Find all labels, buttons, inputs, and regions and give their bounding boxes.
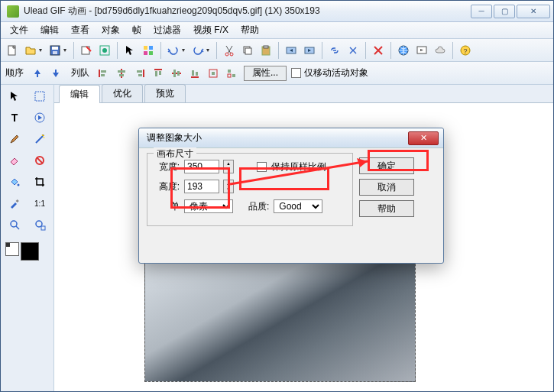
- align-hcenter-icon[interactable]: [114, 66, 129, 81]
- frame-prev-icon[interactable]: [283, 42, 300, 59]
- svg-rect-27: [101, 74, 105, 76]
- paste-icon[interactable]: [258, 42, 274, 59]
- open-dropdown[interactable]: ▾: [39, 47, 45, 53]
- bg-color-swatch[interactable]: [21, 242, 39, 261]
- save-dropdown[interactable]: ▾: [63, 47, 70, 53]
- tab-edit[interactable]: 编辑: [59, 85, 100, 103]
- brush-tool-icon[interactable]: [5, 131, 24, 147]
- link-icon[interactable]: [326, 42, 343, 59]
- menu-file[interactable]: 文件: [4, 22, 34, 38]
- tab-preview[interactable]: 预览: [144, 84, 186, 102]
- zoom-tool-icon[interactable]: [5, 216, 24, 233]
- save-icon[interactable]: [47, 42, 63, 59]
- optimize-icon[interactable]: [96, 42, 113, 59]
- align-left-icon[interactable]: [96, 66, 111, 81]
- delete-icon[interactable]: [370, 42, 387, 59]
- svg-point-55: [11, 221, 17, 227]
- zoom-fit-icon[interactable]: [30, 216, 50, 233]
- eyedropper-tool-icon[interactable]: [5, 195, 24, 212]
- seq-up-icon[interactable]: [30, 66, 45, 81]
- move-only-checkbox[interactable]: [291, 68, 301, 78]
- help-icon[interactable]: ?: [457, 42, 474, 59]
- cloud-icon[interactable]: [432, 42, 449, 59]
- svg-rect-40: [191, 76, 199, 78]
- play-tool-icon[interactable]: [30, 109, 50, 126]
- align-right-icon[interactable]: [132, 66, 147, 81]
- svg-rect-9: [144, 51, 147, 55]
- ok-button[interactable]: 确定: [359, 157, 414, 174]
- pointer-tool-icon[interactable]: [5, 88, 24, 105]
- dialog-title: 调整图象大小: [147, 131, 408, 144]
- tabs-row: 编辑 优化 预览: [54, 85, 553, 103]
- fill-tool-icon[interactable]: [5, 173, 24, 190]
- close-button[interactable]: ✕: [517, 5, 550, 18]
- height-input[interactable]: [184, 180, 219, 193]
- fg-color-swatch[interactable]: [5, 242, 19, 256]
- copy-icon[interactable]: [239, 42, 256, 59]
- web-icon[interactable]: [395, 42, 412, 59]
- align-top-icon[interactable]: [151, 66, 166, 81]
- svg-rect-16: [264, 46, 268, 48]
- svg-rect-32: [137, 70, 142, 73]
- text-tool-icon[interactable]: T: [5, 109, 24, 126]
- zoom-actual-icon[interactable]: 1:1: [30, 195, 50, 212]
- svg-rect-42: [196, 72, 198, 76]
- align-bottom-icon[interactable]: [187, 66, 202, 81]
- svg-rect-14: [245, 48, 251, 54]
- canvas-size-fieldset: 画布尺寸 宽度: ▲▼ 保持原样比例 高度: ▲▼ 单 像素: [147, 153, 353, 226]
- cut-icon[interactable]: [221, 42, 238, 59]
- svg-rect-47: [228, 74, 231, 77]
- unlink-icon[interactable]: [345, 42, 361, 59]
- minimize-button[interactable]: ─: [471, 5, 492, 18]
- cancel-button[interactable]: 取消: [359, 179, 414, 196]
- remove-tool-icon[interactable]: [30, 152, 50, 169]
- preview-icon[interactable]: [413, 42, 430, 59]
- menu-video-fx[interactable]: 视频 F/X: [187, 22, 235, 38]
- help-button[interactable]: 帮助: [359, 200, 414, 217]
- keep-ratio-checkbox[interactable]: [257, 162, 267, 172]
- svg-rect-23: [37, 74, 38, 77]
- arrow-icon[interactable]: [121, 42, 138, 59]
- height-spinner[interactable]: ▲▼: [223, 180, 234, 193]
- svg-rect-29: [118, 70, 125, 73]
- center-both-icon[interactable]: [206, 66, 221, 81]
- properties-button[interactable]: 属性...: [244, 66, 287, 81]
- dialog-close-button[interactable]: ✕: [408, 131, 439, 145]
- redo-icon[interactable]: [190, 42, 206, 59]
- keep-ratio-label: 保持原样比例: [271, 160, 326, 173]
- tab-optimize[interactable]: 优化: [102, 84, 143, 102]
- selection-tool-icon[interactable]: [30, 88, 50, 105]
- width-input[interactable]: [184, 160, 219, 173]
- frame-next-icon[interactable]: [301, 42, 318, 59]
- distribute-icon[interactable]: [224, 66, 239, 81]
- maximize-button[interactable]: ▢: [494, 5, 515, 18]
- quality-select[interactable]: Good: [274, 199, 322, 213]
- left-toolbox: T 1:1: [1, 85, 54, 392]
- menu-help[interactable]: 帮助: [235, 22, 265, 38]
- menu-edit[interactable]: 编辑: [34, 22, 65, 38]
- undo-dropdown[interactable]: ▾: [182, 47, 188, 53]
- redo-dropdown[interactable]: ▾: [206, 47, 212, 53]
- color-picker-icon[interactable]: [140, 42, 157, 59]
- svg-rect-8: [149, 46, 153, 50]
- undo-icon[interactable]: [165, 42, 182, 59]
- svg-rect-35: [155, 71, 157, 76]
- unit-select[interactable]: 像素: [184, 199, 233, 213]
- seq-down-icon[interactable]: [48, 66, 63, 81]
- wand-tool-icon[interactable]: [30, 131, 50, 147]
- svg-rect-10: [149, 51, 153, 55]
- eraser-tool-icon[interactable]: [5, 152, 24, 169]
- menu-object[interactable]: 对象: [96, 22, 126, 38]
- queue-label: 列队: [68, 66, 91, 79]
- menu-view[interactable]: 查看: [65, 22, 96, 38]
- svg-rect-28: [121, 69, 122, 78]
- new-icon[interactable]: [4, 42, 21, 59]
- wizard-icon[interactable]: [78, 42, 95, 59]
- align-vcenter-icon[interactable]: [169, 66, 184, 81]
- svg-point-6: [102, 48, 107, 53]
- open-icon[interactable]: [22, 42, 39, 59]
- menu-filter[interactable]: 过滤器: [147, 22, 187, 38]
- crop-tool-icon[interactable]: [30, 173, 50, 190]
- menu-frame[interactable]: 帧: [126, 22, 147, 38]
- width-spinner[interactable]: ▲▼: [223, 160, 234, 173]
